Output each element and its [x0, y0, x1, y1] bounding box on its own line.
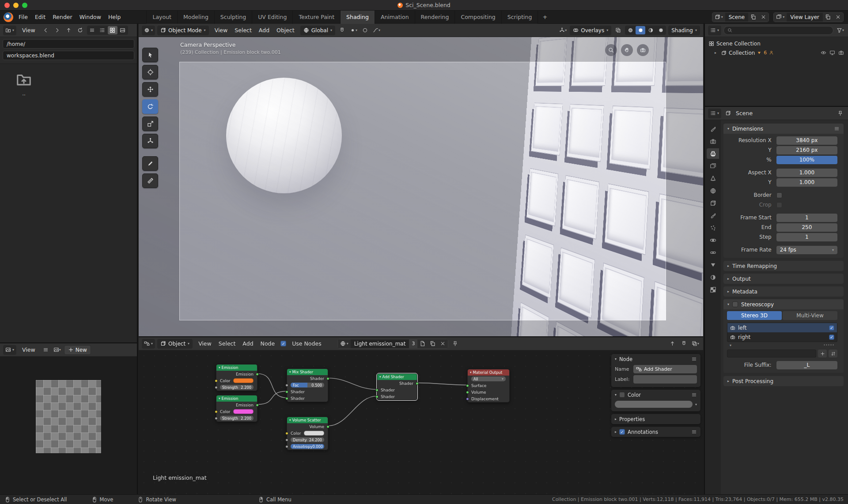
expand-collection-icon[interactable]: ▸ — [715, 51, 719, 55]
viewport-menu-select[interactable]: Select — [231, 24, 255, 37]
workspace-tab-animation[interactable]: Animation — [375, 11, 415, 24]
properties-tab-world[interactable] — [707, 185, 719, 196]
collapse-node-icon[interactable]: ▾ — [470, 371, 472, 374]
properties-tab-particles[interactable] — [707, 222, 719, 233]
viewport-menu-object[interactable]: Object — [273, 24, 298, 37]
custom-color-swatch[interactable] — [615, 401, 693, 408]
collapse-node-icon[interactable]: ▾ — [289, 370, 291, 374]
delete-view-layer-button[interactable] — [833, 13, 843, 22]
menu-file[interactable]: File — [15, 11, 31, 24]
--field[interactable]: 100% — [776, 156, 837, 164]
workspace-tab-layout[interactable]: Layout — [146, 11, 178, 24]
collapse-node-icon[interactable]: ▾ — [289, 418, 291, 422]
node-emission[interactable]: ▾EmissionEmissionColorStrength2.200 — [216, 395, 257, 422]
editor-type-button[interactable]: ▾ — [142, 26, 155, 35]
display-list-horizontal-button[interactable] — [98, 26, 107, 34]
node-add-shader[interactable]: ▾Add ShaderShaderShaderShader — [377, 373, 417, 400]
display-list-vertical-button[interactable] — [87, 26, 97, 34]
node-header[interactable]: ▾Emission — [216, 365, 257, 371]
node-emission[interactable]: ▾EmissionEmissionColorStrength2.200 — [216, 364, 257, 391]
menu-edit[interactable]: Edit — [31, 11, 49, 24]
socket-shader[interactable] — [285, 397, 288, 400]
tool-scale[interactable] — [142, 117, 158, 131]
file-view-menu[interactable]: View — [19, 24, 39, 37]
node-value-field[interactable]: Anisotropy0.000 — [291, 444, 324, 449]
properties-panel-header[interactable]: ▸ Properties — [611, 414, 700, 424]
material-shading-button[interactable] — [646, 26, 655, 34]
properties-tab-object-data[interactable] — [707, 260, 719, 270]
properties-tab-tool[interactable] — [707, 124, 719, 134]
display-preview-button[interactable] — [118, 26, 128, 34]
workspace-tab-texture-paint[interactable]: Texture Paint — [293, 11, 341, 24]
chevron-down-icon[interactable]: ▾ — [695, 402, 697, 406]
workspace-tab-shading[interactable]: Shading — [341, 11, 375, 24]
tool-rotate[interactable] — [142, 99, 158, 114]
snap-target-dropdown[interactable]: ▾ — [349, 26, 358, 35]
node-mix-shader[interactable]: ▾Mix ShaderShaderFac0.500ShaderShader — [287, 369, 328, 402]
socket-shader[interactable] — [416, 382, 419, 385]
node-value-field[interactable]: Density24.200 — [291, 437, 324, 442]
y-field[interactable]: 2160 px — [776, 146, 837, 154]
directory-path-field[interactable]: /home/ — [3, 39, 134, 49]
dimensions-panel-header[interactable]: ▾ Dimensions — [723, 124, 844, 134]
shader-menu-view[interactable]: View — [195, 337, 215, 350]
mode-dropdown[interactable]: Object Mode▾ — [157, 26, 209, 35]
node-header[interactable]: ▾Add Shader — [377, 374, 417, 380]
socket-color[interactable] — [215, 379, 218, 382]
tool-measure[interactable] — [142, 173, 158, 188]
shading-options-dropdown[interactable]: Shading▾ — [668, 26, 700, 35]
blender-logo-icon[interactable] — [4, 12, 13, 22]
socket-shader[interactable] — [256, 372, 259, 376]
menu-help[interactable]: Help — [105, 11, 125, 24]
node-label-field[interactable] — [633, 375, 697, 384]
list-add-button[interactable] — [818, 350, 827, 357]
rendered-shading-button[interactable] — [656, 26, 666, 34]
aspect-x-field[interactable]: 1.000 — [776, 169, 837, 177]
node-header[interactable]: ▾Material Output — [468, 369, 509, 376]
add-workspace-button[interactable]: + — [538, 11, 552, 24]
xray-toggle[interactable] — [613, 26, 623, 35]
collapse-node-icon[interactable]: ▾ — [219, 366, 220, 369]
shader-menu-select[interactable]: Select — [215, 337, 239, 350]
tool-cursor[interactable] — [142, 65, 158, 79]
new-material-button[interactable] — [417, 339, 428, 348]
back-button[interactable] — [41, 26, 50, 35]
socket-value[interactable] — [285, 445, 288, 448]
view-row-right[interactable]: right✓ — [727, 332, 837, 342]
post-processing-panel-header[interactable]: ▸ Post Processing — [723, 376, 844, 386]
viewport-canvas[interactable]: Camera Perspective (239) Collection | Em… — [139, 37, 703, 336]
color-panel-header[interactable]: ▾ Color — [611, 390, 700, 400]
render-disable-toggle[interactable] — [838, 50, 844, 56]
material-name-field[interactable]: Light emission_mat — [351, 341, 409, 347]
end-field[interactable]: 250 — [776, 223, 837, 232]
node-panel-header[interactable]: ▾ Node — [611, 354, 700, 364]
unlink-material-button[interactable] — [438, 339, 448, 348]
properties-tab-scene[interactable] — [707, 173, 719, 184]
resolution-x-field[interactable]: 3840 px — [776, 136, 837, 145]
color-swatch[interactable] — [233, 409, 254, 414]
frame-start-field[interactable]: 1 — [776, 214, 837, 222]
socket-shader[interactable] — [375, 395, 379, 398]
hide-toggle[interactable] — [821, 50, 826, 56]
workspace-tab-compositing[interactable]: Compositing — [455, 11, 501, 24]
view-row-left[interactable]: left✓ — [727, 323, 837, 332]
socket-shader[interactable] — [466, 384, 469, 387]
color-swatch[interactable] — [233, 378, 254, 383]
stereoscopy-checkbox[interactable] — [732, 301, 738, 307]
time-remapping-panel-header[interactable]: ▸Time Remapping — [723, 261, 844, 271]
editor-type-button[interactable]: ▾ — [708, 109, 721, 118]
refresh-button[interactable] — [76, 26, 85, 35]
parent-directory-item[interactable]: .. — [10, 71, 38, 97]
node-value-field[interactable]: Strength2.200 — [220, 416, 254, 421]
parent-directory-button[interactable] — [64, 26, 73, 35]
list-resize-grip[interactable] — [823, 344, 835, 346]
workspace-tab-scripting[interactable]: Scripting — [502, 11, 538, 24]
node-material-output[interactable]: ▾Material OutputAll▾SurfaceVolumeDisplac… — [467, 369, 510, 402]
properties-tab-modifiers[interactable] — [707, 210, 719, 221]
annotations-panel-header[interactable]: ▸ ✓ Annotations — [611, 427, 700, 437]
tool-move[interactable] — [142, 82, 158, 97]
workspace-tab-uv-editing[interactable]: UV Editing — [252, 11, 293, 24]
forward-button[interactable] — [53, 26, 62, 35]
panel-menu-icon[interactable] — [691, 429, 697, 435]
properties-tab-physics[interactable] — [707, 235, 719, 245]
